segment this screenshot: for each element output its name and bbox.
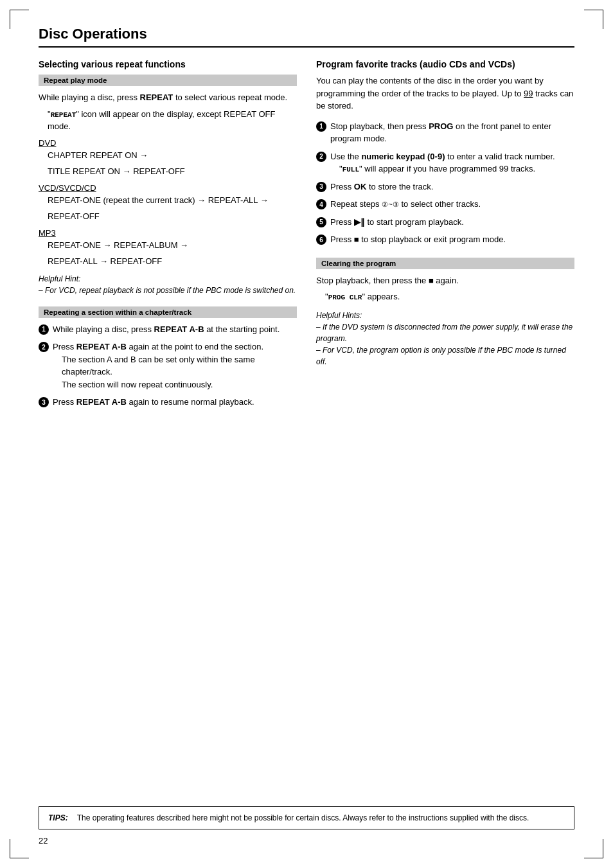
repeat-intro: While playing a disc, press REPEAT to se… [39, 91, 297, 104]
subsection-bar-repeat-section: Repeating a section within a chapter/tra… [39, 306, 297, 318]
step-circle-1: 1 [39, 324, 49, 335]
prog-step-5: 5 Press ▶‖ to start program playback. [316, 216, 574, 229]
prog-clr-text: "PROG CLR" appears. [325, 290, 574, 303]
repeat-ab-steps: 1 While playing a disc, press REPEAT A-B… [39, 323, 297, 409]
helpful-hints-program: Helpful Hints: – If the DVD system is di… [316, 310, 574, 368]
mp3-label: MP3 [39, 228, 297, 238]
step-3: 3 Press REPEAT A-B again to resume norma… [39, 396, 297, 409]
program-intro: You can play the contents of the disc in… [316, 75, 574, 112]
subsection-bar-clearing: Clearing the program [316, 258, 574, 269]
prog-circle-2: 2 [316, 152, 326, 162]
vcd-items: REPEAT-ONE (repeat the current track) → … [48, 194, 297, 223]
prog-step-4-text: Repeat steps ②~③ to select other tracks. [330, 198, 481, 211]
subsection-bar-repeat-play: Repeat play mode [39, 75, 297, 86]
prog-step-2: 2 Use the numeric keypad (0-9) to enter … [316, 150, 574, 175]
tips-text: The operating features described here mi… [77, 812, 529, 824]
page-number: 22 [39, 836, 48, 846]
prog-step-1-text: Stop playback, then press PROG on the fr… [330, 120, 574, 145]
prog-step-2-content: Use the numeric keypad (0-9) to enter a … [330, 150, 555, 175]
tips-label: TIPS: [48, 812, 68, 824]
prog-circle-3: 3 [316, 182, 326, 192]
step-circle-2: 2 [39, 342, 49, 352]
right-column: Program favorite tracks (audio CDs and V… [316, 59, 574, 419]
step-1-text: While playing a disc, press REPEAT A-B a… [53, 323, 280, 336]
prog-step-3: 3 Press OK to store the track. [316, 181, 574, 193]
dvd-items: CHAPTER REPEAT ON → TITLE REPEAT ON → RE… [48, 149, 297, 178]
helpful-hint-vcd: Helpful Hint: – For VCD, repeat playback… [39, 273, 297, 296]
prog-step-1: 1 Stop playback, then press PROG on the … [316, 120, 574, 145]
section-title-program: Program favorite tracks (audio CDs and V… [316, 59, 574, 69]
prog-step-6-text: Press ■ to stop playback or exit program… [330, 233, 506, 246]
section-title-repeat: Selecting various repeat functions [39, 59, 297, 69]
step-circle-3: 3 [39, 397, 49, 407]
step-1: 1 While playing a disc, press REPEAT A-B… [39, 323, 297, 336]
left-column: Selecting various repeat functions Repea… [39, 59, 297, 419]
tips-box: TIPS: The operating features described h… [39, 806, 574, 829]
prog-circle-1: 1 [316, 121, 326, 132]
mp3-items: REPEAT-ONE → REPEAT-ALBUM → REPEAT-ALL →… [48, 239, 297, 268]
prog-circle-6: 6 [316, 235, 326, 245]
prog-step-6: 6 Press ■ to stop playback or exit progr… [316, 233, 574, 246]
prog-step-3-text: Press OK to store the track. [330, 181, 433, 193]
vcd-label: VCD/SVCD/CD [39, 183, 297, 193]
program-steps: 1 Stop playback, then press PROG on the … [316, 120, 574, 246]
step-2: 2 Press REPEAT A-B again at the point to… [39, 341, 297, 391]
prog-step-4: 4 Repeat steps ②~③ to select other track… [316, 198, 574, 211]
prog-circle-4: 4 [316, 199, 326, 209]
step-3-text: Press REPEAT A-B again to resume normal … [53, 396, 254, 409]
clearing-intro: Stop playback, then press the ■ again. [316, 274, 574, 287]
repeat-icon-note: "REPEAT" icon will appear on the display… [48, 108, 297, 133]
prog-circle-5: 5 [316, 217, 326, 227]
step-2-content: Press REPEAT A-B again at the point to e… [53, 341, 297, 391]
page-title: Disc Operations [39, 26, 574, 48]
dvd-label: DVD [39, 138, 297, 148]
prog-step-5-text: Press ▶‖ to start program playback. [330, 216, 464, 229]
